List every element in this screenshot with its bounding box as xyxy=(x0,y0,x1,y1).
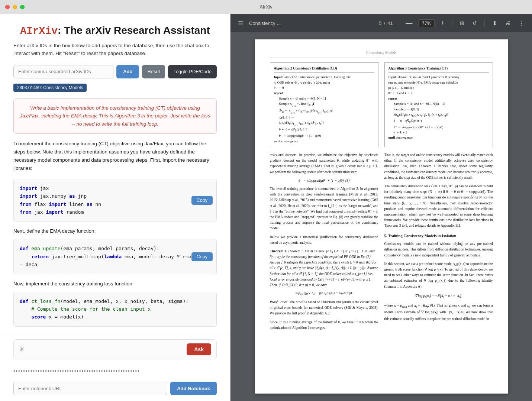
body-text-5: Since θ⁻ is a running average of the his… xyxy=(270,320,378,331)
arxiv-id-input[interactable] xyxy=(13,65,113,78)
code-block-2: def ema_update(ema_params, model_params,… xyxy=(13,239,217,274)
print-button[interactable]: 🖨 xyxy=(503,19,513,28)
pdf-page: Consistency Models Algorithm 2 Consisten… xyxy=(255,39,508,394)
toggle-pdf-code-button[interactable]: Toggle PDF/Code xyxy=(168,65,217,78)
fullscreen-button[interactable] xyxy=(20,5,25,9)
body-text-2: The overall training procedure is summar… xyxy=(270,186,378,232)
pdf-title: Consistency ... xyxy=(249,20,375,26)
zoom-out-button[interactable]: — xyxy=(403,18,415,29)
code-block-1: import jax import jax.numpy as jnp from … xyxy=(13,179,217,222)
algo2-input: Input: dataset 𝒟, initial model paramete… xyxy=(274,74,374,144)
more-options-button[interactable]: ⋮ xyxy=(516,18,527,28)
theorem-1: Theorem 1. Theorem 1. Let Δt := max_{n∈[… xyxy=(270,249,378,297)
title-bar: AIrXiv xyxy=(0,0,532,14)
traffic-lights xyxy=(5,5,25,9)
arxiv-input-row: Add Reset Toggle PDF/Code xyxy=(13,65,217,78)
pdf-zoom-control: 77% xyxy=(418,19,435,27)
left-content: AIrXiv: The arXiv Research Assistant Ent… xyxy=(0,14,230,334)
hamburger-menu-button[interactable]: ☰ xyxy=(236,18,245,28)
body-text-1: tasks and datasets. In practice, we mini… xyxy=(270,152,378,175)
body-right-extra: where x ~ pdata and xt ~ 𝒩(xt; t²I). Tha… xyxy=(384,303,493,321)
chat-input-area: ✳ Ask xyxy=(0,334,230,365)
chat-input-row: ✳ Ask xyxy=(13,339,217,359)
body-right-2: The consistency distillation loss ℒ^N_CD… xyxy=(384,184,493,229)
notebook-row: Add Notebook xyxy=(0,378,230,401)
algorithm-3: Algorithm 3 Consistency Training (CT) In… xyxy=(384,62,493,147)
algo2-title: Algorithm 2 Consistency Distillation (CD… xyxy=(274,66,374,73)
toolbar-separator-3 xyxy=(484,19,485,27)
algo3-input: Input: dataset 𝒟, initial model paramete… xyxy=(388,74,489,140)
pdf-header-text: Consistency Models xyxy=(366,51,396,55)
app-title-rest: : The arXiv Research Assistant xyxy=(58,25,210,36)
main-container: AIrXiv: The arXiv Research Assistant Ent… xyxy=(0,14,532,401)
user-message-box: Write a basic implementation of the cons… xyxy=(13,98,217,134)
body-right-1: That is, the target and online consisten… xyxy=(384,152,493,181)
user-message-text: Write a basic implementation of the cons… xyxy=(20,104,210,128)
toolbar-separator-2 xyxy=(452,19,452,27)
close-button[interactable] xyxy=(5,5,10,9)
add-notebook-button[interactable]: Add Notebook xyxy=(170,382,217,395)
pdf-page-total: 41 xyxy=(387,20,393,26)
password-dots: ••••••••••••••••••••••••••••••••••••••••… xyxy=(13,368,140,374)
toolbar-separator-1 xyxy=(398,19,398,27)
section-label-2: Next, define the EMA decay function: xyxy=(13,227,217,235)
fit-page-button[interactable]: ⊞ xyxy=(458,19,467,28)
body-text-below-proof: Below we provide a theoretical justifica… xyxy=(270,235,378,246)
right-panel: ☰ Consistency ... 5 / 41 — 77% + ⊞ ↺ ⬇ 🖨… xyxy=(230,14,532,401)
ask-button[interactable]: Ask xyxy=(187,343,211,355)
app-description: Enter arXiv IDs in the box below to add … xyxy=(13,42,217,58)
pdf-page-separator: / xyxy=(384,20,385,26)
rotate-button[interactable]: ↺ xyxy=(470,19,479,28)
pdf-page-info: 5 / 41 xyxy=(379,20,393,26)
pdf-right-col: That is, the target and online consisten… xyxy=(384,152,493,334)
equation-8: θ⁻ ← stopgrad(μθ⁻ + (1 − μ)θ). (8) xyxy=(270,178,378,183)
code-content-3: def ct_loss_fn(model, ema_model, x, x_no… xyxy=(20,297,210,321)
pdf-page-header: Consistency Models xyxy=(270,50,493,58)
notebook-url-input[interactable] xyxy=(13,382,167,395)
section5-title: 5. Training Consistency Models in Isolat… xyxy=(384,233,493,239)
paper-tag[interactable]: 2303.01469: Consistency Models xyxy=(13,84,87,92)
assistant-intro: To implement the consistency training (C… xyxy=(13,140,217,173)
pdf-content[interactable]: Consistency Models Algorithm 2 Consisten… xyxy=(230,32,532,401)
add-button[interactable]: Add xyxy=(116,65,139,78)
pdf-page-current: 5 xyxy=(379,20,381,26)
theorem-eq: supn,x||fθ(x, tn) − f(x, tn; φ)||₂ = O((… xyxy=(270,290,378,297)
pdf-left-col: tasks and datasets. In practice, we mini… xyxy=(270,152,378,334)
identity-equation: ∇ log pt(xt) = −𝔼[xt − x / t² | xt], xyxy=(384,293,493,300)
code-content-1: import jax import jax.numpy as jnp from … xyxy=(20,184,210,216)
theorem-text: Theorem 1. Let Δt := max_{n∈[1,N−1]}|t_{… xyxy=(270,249,378,287)
app-title-brand: AIrXiv xyxy=(20,25,58,37)
chat-input[interactable] xyxy=(28,347,183,352)
password-area: ••••••••••••••••••••••••••••••••••••••••… xyxy=(0,365,230,378)
loading-icon: ✳ xyxy=(19,345,25,353)
proof-text: Proof. Proof. The proof is based on indu… xyxy=(270,300,378,317)
pdf-zoom-value: 77% xyxy=(418,19,435,27)
download-button[interactable]: ⬇ xyxy=(490,18,499,28)
reset-button[interactable]: Reset xyxy=(142,65,165,78)
copy-button-1[interactable]: Copy xyxy=(191,196,213,205)
minimize-button[interactable] xyxy=(13,5,17,9)
section-label-3: Now, implement the consistency training … xyxy=(13,280,217,288)
window-title: AIrXiv xyxy=(259,4,273,10)
pdf-toolbar: ☰ Consistency ... 5 / 41 — 77% + ⊞ ↺ ⬇ 🖨… xyxy=(230,14,532,32)
body-text-4: In this section, we use a pre-trained sc… xyxy=(384,261,493,290)
algorithm-2: Algorithm 2 Consistency Distillation (CD… xyxy=(270,62,378,147)
pdf-body-section: tasks and datasets. In practice, we mini… xyxy=(270,152,493,334)
code-block-3: def ct_loss_fn(model, ema_model, x, x_no… xyxy=(13,292,217,327)
app-title: AIrXiv: The arXiv Research Assistant xyxy=(13,25,217,37)
pdf-algorithms: Algorithm 2 Consistency Distillation (CD… xyxy=(270,62,493,147)
copy-button-2[interactable]: Copy xyxy=(191,252,213,261)
body-text-3: Consistency models can be trained withou… xyxy=(384,241,493,258)
algo3-title: Algorithm 3 Consistency Training (CT) xyxy=(388,66,489,73)
left-panel: AIrXiv: The arXiv Research Assistant Ent… xyxy=(0,14,230,401)
zoom-in-button[interactable]: + xyxy=(438,18,447,29)
code-content-2: def ema_update(ema_params, model_params,… xyxy=(20,245,210,268)
